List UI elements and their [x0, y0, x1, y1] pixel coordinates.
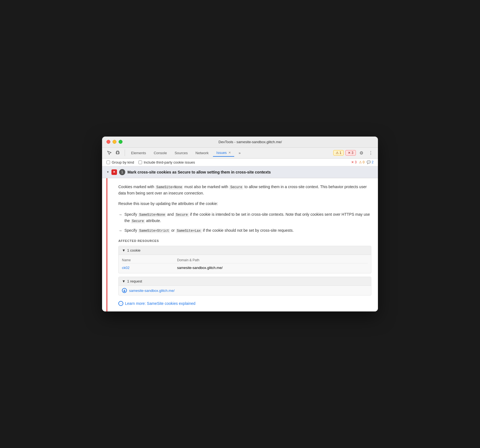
error-icon: ✕ [348, 151, 351, 155]
request-section: ▼ 1 request samesite-s [118, 277, 371, 295]
info-count-value: 2 [372, 160, 374, 164]
main-content: ▼ ✕ 1 Mark cross-site cookies as Secure … [102, 166, 378, 312]
resolve-text: Resolve this issue by updating the attri… [118, 201, 371, 207]
cookie-name: ck02 [122, 266, 177, 270]
cookie-chevron-icon: ▼ [122, 248, 126, 252]
code-samesite-lax: SameSite=Lax [176, 229, 202, 233]
third-party-checkbox[interactable] [138, 161, 142, 164]
arrow-icon-2: → [118, 228, 122, 234]
col-header-name: Name [122, 258, 177, 262]
cookie-domain: samesite-sandbox.glitch.me/ [177, 266, 368, 270]
bullet-item-1: → Specify SameSite=None and Secure if th… [118, 211, 371, 224]
error-badge[interactable]: ✕ 3 [345, 150, 356, 156]
tab-sources[interactable]: Sources [171, 149, 191, 157]
code-samesite-none-2: SameSite=None [138, 213, 166, 217]
issue-count-badge: 1 [119, 169, 125, 175]
settings-icon[interactable]: ⚙ [358, 149, 365, 157]
affected-label: AFFECTED RESOURCES [118, 239, 371, 242]
table-row: ck02 samesite-sandbox.glitch.me/ [122, 265, 368, 271]
code-samesite-none-1: SameSite=None [155, 185, 183, 190]
cookie-table: Name Domain & Path ck02 samesite-sandbox… [119, 255, 371, 273]
request-chevron-icon: ▼ [122, 279, 126, 283]
warning-count: 1 [340, 151, 342, 155]
group-by-kind-label[interactable]: Group by kind [106, 160, 134, 164]
warning-count-badge: ⚠ 0 [359, 160, 365, 164]
cookie-name-link[interactable]: ck02 [122, 266, 129, 270]
warning-badge[interactable]: ⚠ 1 [333, 150, 344, 156]
error-badge-icon: ✕ [111, 169, 117, 175]
warning-count-icon: ⚠ [359, 160, 362, 164]
bullet-text-2: Specify SameSite=Strict or SameSite=Lax … [124, 227, 294, 234]
warning-icon: ⚠ [336, 151, 339, 155]
maximize-button[interactable] [119, 140, 122, 144]
code-samesite-strict: SameSite=Strict [138, 229, 170, 233]
error-count-icon: ✕ [351, 160, 354, 164]
error-count: 3 [351, 151, 353, 155]
warning-count-value: 0 [363, 160, 365, 164]
tab-network[interactable]: Network [192, 149, 212, 157]
tab-close-icon[interactable]: ✕ [228, 151, 231, 154]
toolbar-divider [125, 150, 125, 156]
code-secure-1: Secure [229, 185, 243, 190]
issue-title: Mark cross-site cookies as Secure to all… [127, 170, 271, 174]
window-title: DevTools - samesite-sandbox.glitch.me/ [127, 140, 374, 144]
titlebar: DevTools - samesite-sandbox.glitch.me/ [102, 137, 378, 148]
tab-more[interactable]: » [235, 149, 244, 157]
inspect-icon[interactable] [105, 149, 113, 157]
issue-description: Cookies marked with SameSite=None must a… [118, 184, 371, 196]
close-button[interactable] [106, 140, 110, 144]
filter-counts: ✕ 3 ⚠ 0 💬 2 [351, 160, 374, 164]
device-icon[interactable] [114, 149, 122, 157]
toolbar: Elements Console Sources Network Issues … [102, 148, 378, 159]
code-secure-2: Secure [175, 213, 189, 217]
cookie-table-header: Name Domain & Path [122, 257, 368, 263]
traffic-lights [106, 140, 122, 144]
request-url-link[interactable]: samesite-sandbox.glitch.me/ [129, 289, 175, 293]
arrow-icon-1: → [118, 212, 122, 224]
svg-rect-0 [117, 151, 119, 154]
filter-bar: Group by kind Include third-party cookie… [102, 159, 378, 166]
learn-more-link[interactable]: Learn more: SameSite cookies explained [125, 301, 195, 306]
request-download-icon [122, 288, 127, 293]
more-options-icon[interactable]: ⋮ [367, 149, 375, 157]
info-count-icon: 💬 [367, 160, 371, 164]
chevron-down-icon: ▼ [106, 170, 109, 174]
request-item: samesite-sandbox.glitch.me/ [119, 286, 371, 295]
minimize-button[interactable] [113, 140, 116, 144]
cookie-count: 1 cookie [127, 248, 140, 252]
learn-more: → Learn more: SameSite cookies explained [118, 301, 371, 306]
code-secure-3: Secure [131, 219, 145, 223]
issue-body: Cookies marked with SameSite=None must a… [106, 178, 378, 312]
issue-header[interactable]: ▼ ✕ 1 Mark cross-site cookies as Secure … [102, 166, 378, 178]
devtools-window: DevTools - samesite-sandbox.glitch.me/ E… [102, 137, 378, 312]
bullet-text-1: Specify SameSite=None and Secure if the … [124, 211, 371, 224]
tab-console[interactable]: Console [150, 149, 170, 157]
affected-resources: AFFECTED RESOURCES ▼ 1 cookie Name Domai… [118, 239, 371, 306]
info-count-badge: 💬 2 [367, 160, 374, 164]
bullet-item-2: → Specify SameSite=Strict or SameSite=La… [118, 227, 371, 234]
tab-elements[interactable]: Elements [128, 149, 149, 157]
error-count-value: 3 [355, 160, 357, 164]
error-count-badge: ✕ 3 [351, 160, 357, 164]
cookie-section: ▼ 1 cookie Name Domain & Path [118, 246, 371, 273]
third-party-label[interactable]: Include third-party cookie issues [138, 160, 195, 164]
cookie-section-header[interactable]: ▼ 1 cookie [119, 246, 371, 255]
request-section-header[interactable]: ▼ 1 request [119, 277, 371, 286]
col-header-domain: Domain & Path [177, 258, 368, 262]
toolbar-right: ⚠ 1 ✕ 3 ⚙ ⋮ [333, 149, 375, 157]
tab-issues[interactable]: Issues ✕ [213, 149, 234, 157]
learn-more-icon: → [118, 301, 123, 306]
request-count: 1 request [127, 279, 142, 283]
group-by-kind-checkbox[interactable] [106, 161, 110, 164]
